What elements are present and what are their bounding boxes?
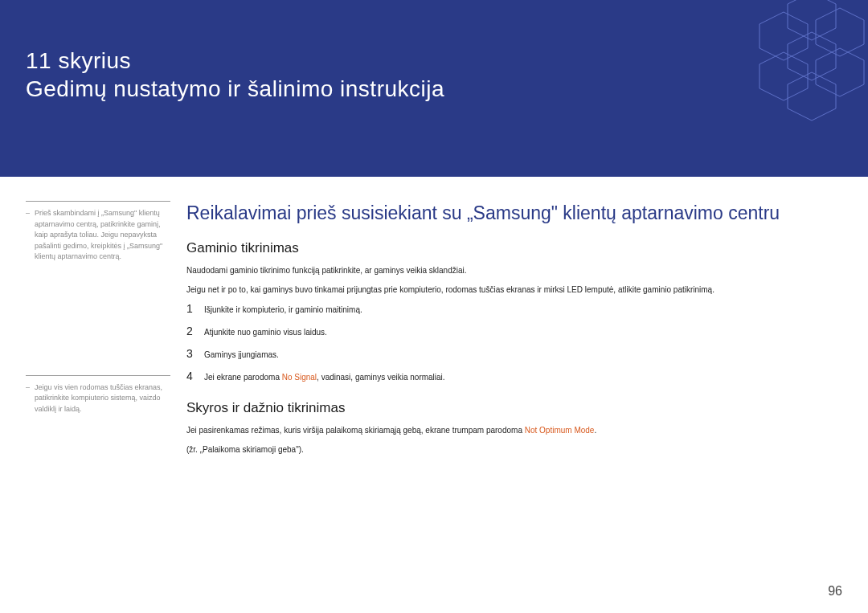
- step-number: 4: [186, 370, 204, 382]
- highlight-no-signal: No Signal: [282, 373, 317, 382]
- step-text: Atjunkite nuo gaminio visus laidus.: [204, 328, 327, 337]
- step-3: 3 Gaminys įjungiamas.: [186, 347, 842, 360]
- sidenote-1-text: Prieš skambindami į „Samsung" klientų ap…: [35, 208, 170, 263]
- sidenote-1: – Prieš skambindami į „Samsung" klientų …: [26, 201, 170, 263]
- step-number: 2: [186, 325, 204, 337]
- steps-list: 1 Išjunkite ir kompiuterio, ir gaminio m…: [186, 302, 842, 382]
- svg-marker-5: [760, 52, 808, 100]
- main-content: Reikalavimai prieš susisiekiant su „Sams…: [186, 201, 842, 462]
- sidenote-2-text: Jeigu vis vien rodomas tuščias ekranas, …: [35, 382, 170, 415]
- step-2: 2 Atjunkite nuo gaminio visus laidus.: [186, 325, 842, 337]
- svg-marker-0: [788, 0, 836, 40]
- section-heading-2b: Skyros ir dažnio tikrinimas: [186, 400, 842, 416]
- step-text: Gaminys įjungiamas.: [204, 350, 279, 359]
- paragraph-1: Naudodami gaminio tikrinimo funkciją pat…: [186, 264, 842, 277]
- svg-marker-1: [816, 8, 864, 56]
- paragraph-4: (žr. „Palaikoma skiriamoji geba").: [186, 443, 842, 456]
- step-number: 3: [186, 347, 204, 360]
- content-area: – Prieš skambindami į „Samsung" klientų …: [0, 177, 868, 462]
- hex-decoration: [699, 0, 868, 129]
- page-number: 96: [828, 584, 842, 599]
- chapter-header: 11 skyrius Gedimų nustatymo ir šalinimo …: [0, 0, 868, 177]
- svg-marker-6: [788, 72, 836, 121]
- section-heading-1: Reikalavimai prieš susisiekiant su „Sams…: [186, 201, 842, 226]
- step-number: 1: [186, 302, 204, 315]
- step-text: Išjunkite ir kompiuterio, ir gaminio mai…: [204, 305, 362, 314]
- paragraph-3: Jei pasirenkamas režimas, kuris viršija …: [186, 424, 842, 437]
- paragraph-2: Jeigu net ir po to, kai gaminys buvo tin…: [186, 284, 842, 296]
- sidenote-2: – Jeigu vis vien rodomas tuščias ekranas…: [26, 375, 170, 415]
- dash-icon: –: [26, 208, 30, 263]
- svg-marker-2: [788, 32, 836, 80]
- sidebar: – Prieš skambindami į „Samsung" klientų …: [26, 201, 186, 462]
- step-4: 4 Jei ekrane parodoma No Signal, vadinas…: [186, 370, 842, 382]
- svg-marker-4: [816, 48, 864, 96]
- step-1: 1 Išjunkite ir kompiuterio, ir gaminio m…: [186, 302, 842, 315]
- step-text: Jei ekrane parodoma No Signal, vadinasi,…: [204, 373, 445, 382]
- chapter-number: 11 skyrius: [26, 48, 131, 74]
- highlight-not-optimum: Not Optimum Mode: [525, 426, 595, 435]
- svg-marker-3: [760, 12, 808, 60]
- dash-icon: –: [26, 382, 30, 415]
- section-heading-2a: Gaminio tikrinimas: [186, 240, 842, 256]
- chapter-title: Gedimų nustatymo ir šalinimo instrukcija: [26, 76, 444, 102]
